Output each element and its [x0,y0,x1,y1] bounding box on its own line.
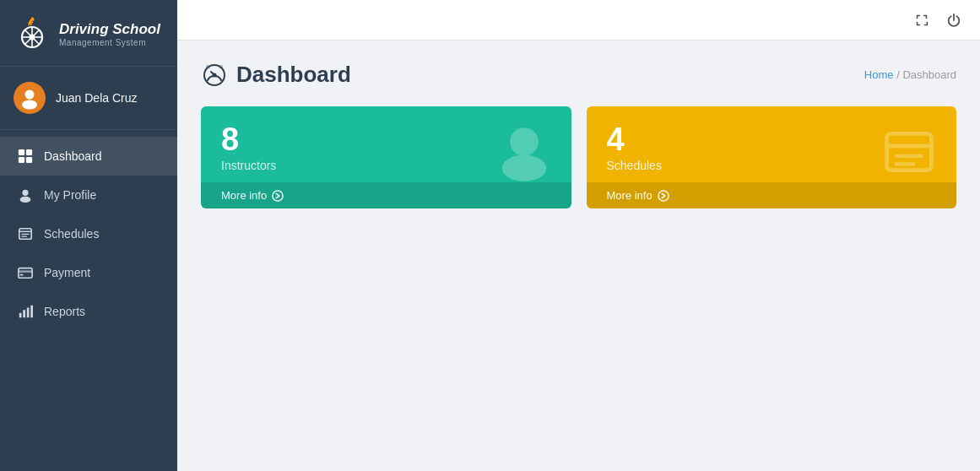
svg-rect-18 [19,268,32,279]
instructors-more-info[interactable]: More info [201,182,571,208]
nav-label-my-profile: My Profile [44,188,96,202]
instructors-card: 8 Instructors More info [201,106,571,208]
payment-nav-icon [17,264,34,281]
nav-item-dashboard[interactable]: Dashboard [0,137,177,176]
svg-rect-11 [26,157,32,163]
svg-rect-8 [19,149,24,155]
topbar [177,0,980,41]
nav-item-payment[interactable]: Payment [0,253,177,292]
svg-rect-29 [219,65,223,68]
sidebar-nav: Dashboard My Profile Schedules [0,130,177,471]
page-title: Dashboard [236,62,351,88]
user-name: Juan Dela Cruz [56,91,138,105]
svg-point-30 [510,127,539,156]
svg-point-7 [22,100,37,110]
svg-rect-10 [19,157,24,163]
schedules-card-bg-icon [879,122,939,186]
user-profile-section: Juan Dela Cruz [0,67,177,130]
svg-point-32 [273,190,283,200]
dashboard-nav-icon [17,148,34,165]
nav-item-schedules[interactable]: Schedules [0,214,177,253]
app-title: Driving School Management System [59,21,160,47]
breadcrumb-current: Dashboard [902,68,956,81]
svg-rect-19 [19,270,32,273]
power-icon[interactable] [945,11,963,30]
logo-line2: Management System [59,38,160,47]
main-content: Dashboard Home / Dashboard 8 Instructors [177,0,980,471]
svg-rect-20 [20,274,24,276]
instructors-more-info-label: More info [221,189,267,202]
dashboard-page-icon [201,61,228,88]
logo-line1: Driving School [59,21,160,38]
nav-item-reports[interactable]: Reports [0,292,177,331]
breadcrumb-separator: / [894,68,903,81]
sidebar: Driving School Management System Juan De… [0,0,177,471]
svg-point-6 [25,90,35,100]
schedules-nav-icon [17,225,34,242]
cards-row: 8 Instructors More info [201,106,956,208]
page-title-row: Dashboard [201,61,351,88]
arrow-right-icon [272,190,284,202]
page-header: Dashboard Home / Dashboard [201,61,956,88]
app-logo-icon [14,15,51,52]
avatar [14,82,46,114]
nav-label-reports: Reports [44,305,85,318]
page-content: Dashboard Home / Dashboard 8 Instructors [177,41,980,471]
schedules-more-info[interactable]: More info [587,182,957,208]
svg-rect-23 [27,308,30,318]
arrow-right-icon-2 [658,190,669,202]
svg-rect-22 [23,310,25,317]
svg-point-31 [501,155,546,181]
svg-line-27 [211,72,214,75]
svg-point-12 [22,190,28,196]
breadcrumb: Home / Dashboard [864,68,956,81]
my-profile-nav-icon [17,187,34,203]
instructors-card-bg-icon [494,122,555,186]
schedules-card: 4 Schedules More info [587,106,957,208]
reports-nav-icon [17,303,34,320]
svg-point-37 [658,190,669,200]
svg-point-13 [20,197,31,203]
schedules-more-info-label: More info [607,189,652,202]
expand-icon[interactable] [912,11,931,30]
svg-rect-9 [26,149,32,155]
sidebar-logo: Driving School Management System [0,0,177,67]
svg-rect-24 [30,306,33,317]
svg-rect-21 [19,313,22,317]
breadcrumb-home[interactable]: Home [864,68,894,81]
nav-label-dashboard: Dashboard [44,149,102,163]
nav-label-payment: Payment [44,266,90,279]
user-avatar-icon [18,86,41,110]
nav-label-schedules: Schedules [44,227,99,241]
nav-item-my-profile[interactable]: My Profile [0,176,177,214]
svg-rect-28 [206,65,210,68]
